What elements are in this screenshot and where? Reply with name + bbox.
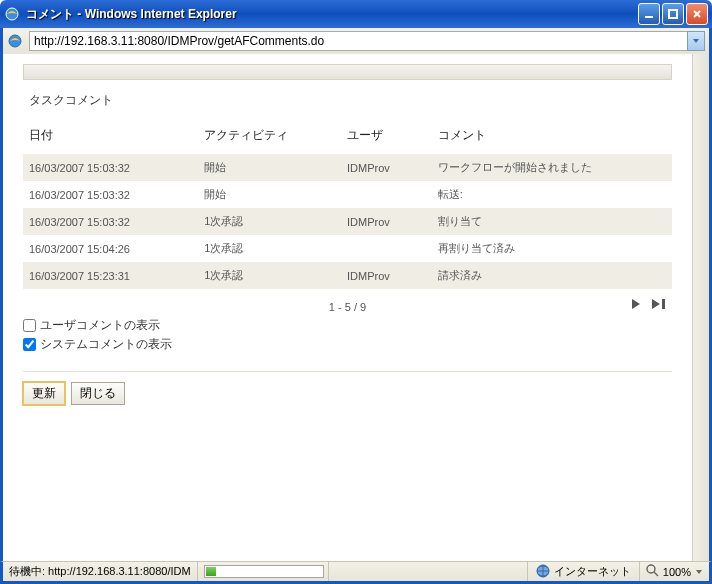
table-row: 16/03/2007 15:23:31 1次承認 IDMProv 請求済み xyxy=(23,262,672,289)
cell-user: IDMProv xyxy=(341,154,432,181)
page-icon xyxy=(7,33,23,49)
zoom-value: 100% xyxy=(663,566,691,578)
cell-user: IDMProv xyxy=(341,208,432,235)
user-comments-checkbox[interactable] xyxy=(23,319,36,332)
cell-comment: 割り当て xyxy=(432,208,672,235)
svg-rect-2 xyxy=(669,10,677,18)
cell-date: 16/03/2007 15:03:32 xyxy=(23,154,198,181)
window-close-button[interactable] xyxy=(686,3,708,25)
status-progress-cell xyxy=(198,562,329,581)
table-row: 16/03/2007 15:03:32 開始 転送: xyxy=(23,181,672,208)
vertical-scrollbar[interactable] xyxy=(692,54,709,561)
system-comments-label: システムコメントの表示 xyxy=(40,336,172,353)
close-button[interactable]: 閉じる xyxy=(71,382,125,405)
ie-icon xyxy=(4,6,20,22)
page-content: タスクコメント 日付 アクティビティ ユーザ コメント 16/03/2007 1… xyxy=(3,54,692,425)
panel-header-bar xyxy=(23,64,672,80)
magnifier-icon xyxy=(646,564,659,579)
pager-last-icon[interactable] xyxy=(650,297,668,314)
cell-date: 16/03/2007 15:04:26 xyxy=(23,235,198,262)
cell-date: 16/03/2007 15:03:32 xyxy=(23,181,198,208)
cell-activity: 1次承認 xyxy=(198,235,341,262)
svg-rect-1 xyxy=(645,16,653,18)
progress-bar xyxy=(204,565,324,578)
cell-user xyxy=(341,181,432,208)
refresh-button[interactable]: 更新 xyxy=(23,382,65,405)
window-maximize-button[interactable] xyxy=(662,3,684,25)
comments-table: 日付 アクティビティ ユーザ コメント 16/03/2007 15:03:32 … xyxy=(23,119,672,289)
user-comments-row: ユーザコメントの表示 xyxy=(23,317,672,334)
cell-date: 16/03/2007 15:03:32 xyxy=(23,208,198,235)
window-minimize-button[interactable] xyxy=(638,3,660,25)
address-dropdown-button[interactable] xyxy=(687,31,705,51)
pager-range: 1 - 5 / 9 xyxy=(329,301,366,313)
svg-point-6 xyxy=(647,565,655,573)
col-activity: アクティビティ xyxy=(198,119,341,154)
svg-point-0 xyxy=(6,8,18,20)
button-bar: 更新 閉じる xyxy=(23,371,672,405)
security-zone[interactable]: インターネット xyxy=(528,562,640,581)
status-text: 待機中: http://192.168.3.11:8080/IDM xyxy=(9,564,191,579)
cell-date: 16/03/2007 15:23:31 xyxy=(23,262,198,289)
zone-label: インターネット xyxy=(554,564,631,579)
cell-activity: 1次承認 xyxy=(198,208,341,235)
user-comments-label: ユーザコメントの表示 xyxy=(40,317,160,334)
cell-user xyxy=(341,235,432,262)
cell-comment: 再割り当て済み xyxy=(432,235,672,262)
window-title: コメント - Windows Internet Explorer xyxy=(26,6,636,23)
col-comment: コメント xyxy=(432,119,672,154)
address-bar xyxy=(0,28,712,54)
cell-comment: 転送: xyxy=(432,181,672,208)
status-loading-cell: 待機中: http://192.168.3.11:8080/IDM xyxy=(3,562,198,581)
status-spacer xyxy=(329,562,528,581)
table-row: 16/03/2007 15:04:26 1次承認 再割り当て済み xyxy=(23,235,672,262)
svg-rect-4 xyxy=(662,299,665,309)
cell-activity: 開始 xyxy=(198,181,341,208)
progress-fill xyxy=(206,567,216,576)
system-comments-checkbox[interactable] xyxy=(23,338,36,351)
status-bar: 待機中: http://192.168.3.11:8080/IDM インターネッ… xyxy=(0,561,712,584)
section-title: タスクコメント xyxy=(23,82,672,119)
table-row: 16/03/2007 15:03:32 開始 IDMProv ワークフローが開始… xyxy=(23,154,672,181)
globe-icon xyxy=(536,564,550,580)
cell-user: IDMProv xyxy=(341,262,432,289)
svg-point-3 xyxy=(9,35,21,47)
cell-activity: 開始 xyxy=(198,154,341,181)
zoom-dropdown-icon[interactable] xyxy=(695,566,703,578)
cell-comment: 請求済み xyxy=(432,262,672,289)
zoom-control[interactable]: 100% xyxy=(640,562,709,581)
table-header-row: 日付 アクティビティ ユーザ コメント xyxy=(23,119,672,154)
col-user: ユーザ xyxy=(341,119,432,154)
col-date: 日付 xyxy=(23,119,198,154)
window-titlebar: コメント - Windows Internet Explorer xyxy=(0,0,712,28)
pager: 1 - 5 / 9 xyxy=(23,289,672,315)
pager-next-icon[interactable] xyxy=(630,297,646,314)
address-input[interactable] xyxy=(29,31,688,51)
system-comments-row: システムコメントの表示 xyxy=(23,336,672,353)
table-row: 16/03/2007 15:03:32 1次承認 IDMProv 割り当て xyxy=(23,208,672,235)
svg-line-7 xyxy=(654,572,658,576)
cell-activity: 1次承認 xyxy=(198,262,341,289)
cell-comment: ワークフローが開始されました xyxy=(432,154,672,181)
